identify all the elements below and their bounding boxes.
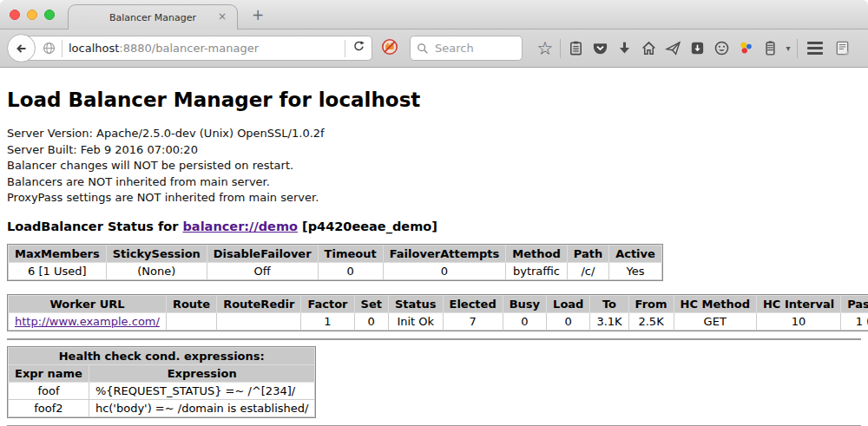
cell-route bbox=[166, 312, 216, 330]
col-busy: Busy bbox=[503, 295, 546, 312]
cell-hc-method: GET bbox=[674, 312, 756, 330]
health-table-wrap: Health check cond. expressions: Expr nam… bbox=[7, 346, 316, 418]
worker-table: Worker URL Route RouteRedir Factor Set S… bbox=[8, 295, 868, 331]
home-button[interactable] bbox=[636, 36, 661, 61]
zoom-window-button[interactable] bbox=[44, 10, 55, 20]
table-header-row: MaxMembers StickySession DisableFailover… bbox=[9, 245, 662, 262]
save-to-device-button[interactable] bbox=[685, 36, 709, 61]
feedback-smiley-button[interactable] bbox=[709, 36, 733, 61]
status-prefix: LoadBalancer Status for bbox=[7, 220, 182, 233]
table-header-row: Expr name Expression bbox=[9, 364, 315, 382]
overflow-caret-button[interactable]: ▾ bbox=[782, 36, 794, 61]
worker-table-wrap: Worker URL Route RouteRedir Factor Set S… bbox=[7, 294, 868, 331]
smiley-icon bbox=[713, 40, 730, 56]
cell-failoverattempts: 0 bbox=[383, 262, 506, 279]
plugin-blocked-button[interactable] bbox=[381, 38, 398, 59]
reading-list-button[interactable] bbox=[563, 36, 588, 61]
col-timeout: Timeout bbox=[318, 245, 383, 262]
cell-hc-interval: 10 bbox=[756, 312, 840, 330]
table-header-row: Worker URL Route RouteRedir Factor Set S… bbox=[9, 295, 868, 312]
loadbalancer-status-heading: LoadBalancer Status for balancer://demo … bbox=[7, 220, 861, 233]
url-bar[interactable]: localhost:8880/balancer-manager bbox=[21, 36, 372, 61]
sidebar-page-button[interactable] bbox=[830, 36, 854, 61]
download-arrow-icon bbox=[616, 40, 633, 56]
cell-expression: hc('body') =~ /domain is established/ bbox=[89, 399, 315, 416]
container-extension-button[interactable] bbox=[758, 36, 782, 61]
url-domain: localhost bbox=[69, 42, 119, 55]
bookmark-star-button[interactable]: ☆ bbox=[533, 36, 557, 61]
tab-title: Balancer Manager bbox=[109, 12, 196, 23]
pocket-icon bbox=[592, 40, 608, 56]
cell-maxmembers: 6 [1 Used] bbox=[9, 262, 107, 279]
cell-to: 3.1K bbox=[590, 312, 628, 330]
cell-set: 0 bbox=[354, 312, 388, 330]
balancers-note-line: Balancers are NOT inherited from main se… bbox=[7, 174, 861, 191]
window-controls bbox=[10, 10, 55, 20]
proxypass-note-line: ProxyPass settings are NOT inherited fro… bbox=[7, 190, 861, 206]
plugin-blocked-icon bbox=[381, 38, 398, 56]
downloads-button[interactable] bbox=[612, 36, 636, 61]
new-tab-button[interactable]: + bbox=[248, 6, 267, 23]
col-expr-name: Expr name bbox=[9, 364, 89, 382]
colored-dots-icon bbox=[738, 40, 754, 56]
col-set: Set bbox=[354, 295, 388, 312]
cell-timeout: 0 bbox=[318, 262, 383, 279]
send-tab-button[interactable] bbox=[661, 36, 685, 61]
menu-button[interactable] bbox=[803, 36, 827, 61]
extension-colored-dots-button[interactable] bbox=[733, 36, 758, 61]
cell-expression: %{REQUEST_STATUS} =~ /^[234]/ bbox=[89, 382, 315, 399]
cell-expr-name: foof2 bbox=[9, 399, 89, 416]
back-button[interactable] bbox=[7, 34, 36, 62]
cell-path: /c/ bbox=[567, 262, 608, 279]
chevron-down-icon: ▾ bbox=[783, 43, 793, 53]
search-input[interactable] bbox=[433, 41, 508, 56]
balancer-demo-link[interactable]: balancer://demo bbox=[182, 220, 298, 233]
toolbar-divider bbox=[797, 39, 798, 58]
cell-factor: 1 bbox=[301, 312, 354, 330]
table-row: foof2 hc('body') =~ /domain is establish… bbox=[9, 399, 315, 416]
pocket-button[interactable] bbox=[588, 36, 612, 61]
col-to: To bbox=[590, 295, 628, 312]
server-built-line: Server Built: Feb 9 2016 07:00:20 bbox=[7, 142, 861, 159]
cell-passes: 1 (0) bbox=[841, 312, 868, 330]
health-check-table: Health check cond. expressions: Expr nam… bbox=[8, 347, 315, 417]
col-path: Path bbox=[567, 245, 608, 262]
status-suffix: [p4420eeae_demo] bbox=[298, 220, 437, 233]
reload-icon bbox=[352, 39, 366, 54]
page-content: Load Balancer Manager for localhost Serv… bbox=[0, 88, 868, 426]
navigation-toolbar: localhost:8880/balancer-manager ☆ bbox=[0, 29, 868, 68]
home-icon bbox=[641, 40, 657, 56]
window-titlebar: Balancer Manager × + bbox=[0, 0, 868, 29]
cell-status: Init Ok bbox=[388, 312, 443, 330]
close-window-button[interactable] bbox=[10, 10, 20, 20]
search-bar[interactable] bbox=[410, 36, 523, 61]
clipboard-icon bbox=[568, 40, 584, 56]
table-row: foof %{REQUEST_STATUS} =~ /^[234]/ bbox=[9, 382, 315, 399]
toolbar-icons: ☆ bbox=[533, 36, 854, 61]
battery-container-icon bbox=[762, 40, 779, 56]
col-passes: Passes bbox=[841, 295, 868, 312]
cell-method: bytraffic bbox=[506, 262, 567, 279]
cell-elected: 7 bbox=[443, 312, 503, 330]
reload-button[interactable] bbox=[352, 39, 366, 57]
tab-close-icon[interactable]: × bbox=[216, 10, 228, 23]
document-grid-icon bbox=[834, 40, 851, 56]
worker-url-link[interactable]: http://www.example.com/ bbox=[15, 315, 160, 328]
server-version-line: Server Version: Apache/2.5.0-dev (Unix) … bbox=[7, 126, 861, 142]
cell-disablefailover: Off bbox=[207, 262, 318, 279]
col-disablefailover: DisableFailover bbox=[207, 245, 318, 262]
cell-expr-name: foof bbox=[9, 382, 89, 399]
browser-tab[interactable]: Balancer Manager × bbox=[68, 4, 238, 29]
search-icon bbox=[417, 43, 429, 55]
minimize-window-button[interactable] bbox=[27, 10, 37, 20]
col-worker-url: Worker URL bbox=[9, 295, 167, 312]
table-row: 6 [1 Used] (None) Off 0 0 bytraffic /c/ … bbox=[9, 262, 662, 279]
col-failoverattempts: FailoverAttempts bbox=[383, 245, 506, 262]
url-text[interactable]: localhost:8880/balancer-manager bbox=[69, 42, 339, 55]
col-hc-interval: HC Interval bbox=[756, 295, 840, 312]
health-table-title: Health check cond. expressions: bbox=[9, 347, 315, 364]
star-icon: ☆ bbox=[537, 40, 554, 57]
globe-icon bbox=[43, 42, 56, 55]
col-route: Route bbox=[166, 295, 216, 312]
col-status: Status bbox=[388, 295, 443, 312]
